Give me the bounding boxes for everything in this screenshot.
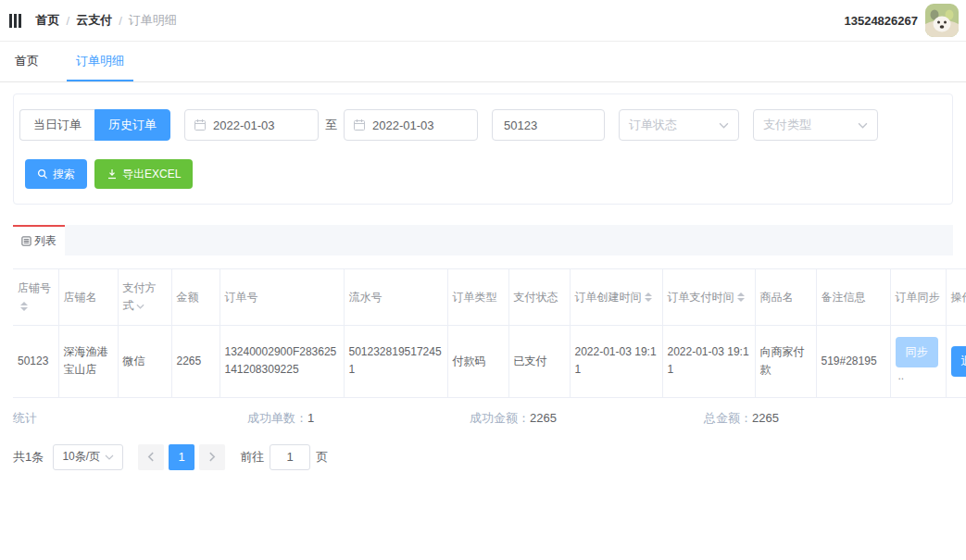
tab-home[interactable]: 首页 (6, 42, 48, 81)
more-dots: .. (898, 369, 905, 382)
col-pay-status: 支付状态 (508, 269, 570, 326)
col-product-name: 商品名 (755, 269, 816, 326)
col-paid-at: 订单支付时间 (662, 269, 755, 326)
list-icon (21, 236, 31, 246)
total-count-label: 共1条 (13, 449, 44, 466)
col-created-at: 订单创建时间 (570, 269, 662, 326)
start-date-picker[interactable]: 2022-01-03 (184, 109, 319, 141)
tab-order-detail[interactable]: 订单明细 (67, 42, 133, 81)
download-icon (107, 168, 118, 180)
col-remark: 备注信息 (816, 269, 890, 326)
page-number-button[interactable]: 1 (169, 444, 194, 470)
pay-type-placeholder: 支付类型 (763, 117, 811, 133)
page-size-value: 10条/页 (62, 449, 100, 465)
cell-paid-at: 2022-01-03 19:11 (662, 326, 755, 397)
success-count-value: 1 (307, 411, 314, 425)
sort-icon[interactable] (20, 298, 28, 315)
cell-shop-no: 50123 (13, 326, 58, 397)
order-scope-toggle: 当日订单 历史订单 (19, 109, 170, 141)
cell-pay-method: 微信 (118, 326, 171, 397)
search-button[interactable]: 搜索 (25, 159, 87, 189)
cell-order-sync: 同步.. (890, 326, 946, 397)
page-unit-label: 页 (316, 449, 328, 466)
today-orders-button[interactable]: 当日订单 (19, 109, 94, 141)
list-tab-label: 列表 (34, 233, 56, 249)
success-amount-label: 成功金额： (470, 411, 530, 425)
prev-page-button[interactable] (138, 444, 164, 470)
chevron-down-icon (719, 122, 729, 129)
orders-table: 店铺号 店铺名 支付方式 金额 订单号 流水号 订单类型 支付状态 订单创建时间… (13, 268, 966, 398)
start-date-value: 2022-01-03 (213, 118, 275, 132)
pagination: 共1条 10条/页 1 前往 页 (13, 444, 966, 470)
stats-title: 统计 (13, 411, 37, 425)
refund-button[interactable]: 退款 (951, 346, 966, 377)
col-order-type: 订单类型 (447, 269, 508, 326)
total-amount-label: 总金额： (704, 411, 752, 425)
cell-remark: 519#28195 (816, 326, 890, 397)
breadcrumb-cloudpay[interactable]: 云支付 (76, 12, 112, 29)
success-amount-value: 2265 (530, 411, 557, 425)
top-bar: 首页 / 云支付 / 订单明细 13524826267 (0, 0, 966, 42)
col-pay-method: 支付方式 (118, 269, 171, 326)
col-amount: 金额 (171, 269, 220, 326)
breadcrumb-separator: / (119, 14, 122, 28)
search-icon (37, 168, 48, 180)
cell-order-type: 付款码 (447, 326, 508, 397)
sort-icon[interactable] (737, 289, 745, 305)
cell-serial-no: 5012328195172451 (344, 326, 447, 397)
cell-pay-status: 已支付 (508, 326, 570, 397)
list-tab-strip: 列表 (13, 225, 953, 255)
user-avatar[interactable] (925, 4, 959, 37)
col-shop-name: 店铺名 (58, 269, 118, 326)
chevron-down-icon (858, 122, 868, 129)
goto-label: 前往 (240, 449, 264, 466)
breadcrumb-home[interactable]: 首页 (36, 12, 60, 29)
breadcrumb-separator: / (67, 14, 70, 28)
chevron-left-icon (147, 452, 155, 462)
dog-avatar-image (925, 4, 959, 37)
col-order-sync: 订单同步 (890, 269, 946, 326)
cell-created-at: 2022-01-03 19:11 (570, 326, 662, 397)
tab-list[interactable]: 列表 (13, 225, 65, 255)
chevron-down-icon (105, 454, 114, 460)
col-order-no: 订单号 (220, 269, 344, 326)
filter-chevron-icon[interactable] (136, 304, 144, 309)
end-date-picker[interactable]: 2022-01-03 (344, 109, 478, 141)
col-serial-no: 流水号 (344, 269, 447, 326)
cell-actions: 退款 (946, 326, 966, 397)
cell-order-no: 13240002900F283625141208309225 (220, 326, 344, 397)
sync-button[interactable]: 同步 (896, 337, 938, 367)
breadcrumb: 首页 / 云支付 / 订单明细 (36, 12, 177, 29)
success-count-label: 成功单数： (247, 411, 307, 425)
sidebar-fold-icon[interactable] (7, 12, 23, 30)
cell-shop-name: 深海渔港宝山店 (58, 326, 118, 397)
shop-number-input[interactable] (492, 109, 605, 141)
page-tab-bar: 首页 订单明细 (0, 42, 966, 82)
breadcrumb-current: 订单明细 (129, 12, 177, 29)
user-phone-number: 13524826267 (844, 14, 918, 28)
filter-panel: 当日订单 历史订单 2022-01-03 至 2022-01-03 订单状态 支… (13, 93, 953, 205)
table-header-row: 店铺号 店铺名 支付方式 金额 订单号 流水号 订单类型 支付状态 订单创建时间… (13, 269, 966, 326)
col-shop-no: 店铺号 (13, 269, 58, 326)
order-status-select[interactable]: 订单状态 (619, 109, 739, 141)
cell-amount: 2265 (171, 326, 220, 397)
table-row: 50123 深海渔港宝山店 微信 2265 13240002900F283625… (13, 326, 966, 397)
calendar-icon (194, 118, 207, 131)
cell-product-name: 向商家付款 (755, 326, 816, 397)
stats-row: 统计 成功单数：1 成功金额：2265 总金额：2265 (13, 398, 966, 435)
page-size-select[interactable]: 10条/页 (53, 444, 123, 470)
calendar-icon (353, 118, 366, 131)
sort-icon[interactable] (645, 289, 652, 305)
export-excel-button[interactable]: 导出EXCEL (94, 159, 193, 189)
end-date-value: 2022-01-03 (372, 118, 434, 132)
pay-type-select[interactable]: 支付类型 (753, 109, 878, 141)
goto-page-input[interactable] (270, 444, 310, 470)
order-status-placeholder: 订单状态 (629, 117, 677, 133)
total-amount-value: 2265 (752, 411, 779, 425)
next-page-button[interactable] (199, 444, 225, 470)
history-orders-button[interactable]: 历史订单 (94, 109, 170, 141)
col-actions: 操作 (946, 269, 966, 326)
date-range-to-label: 至 (325, 117, 337, 133)
chevron-right-icon (208, 452, 216, 462)
